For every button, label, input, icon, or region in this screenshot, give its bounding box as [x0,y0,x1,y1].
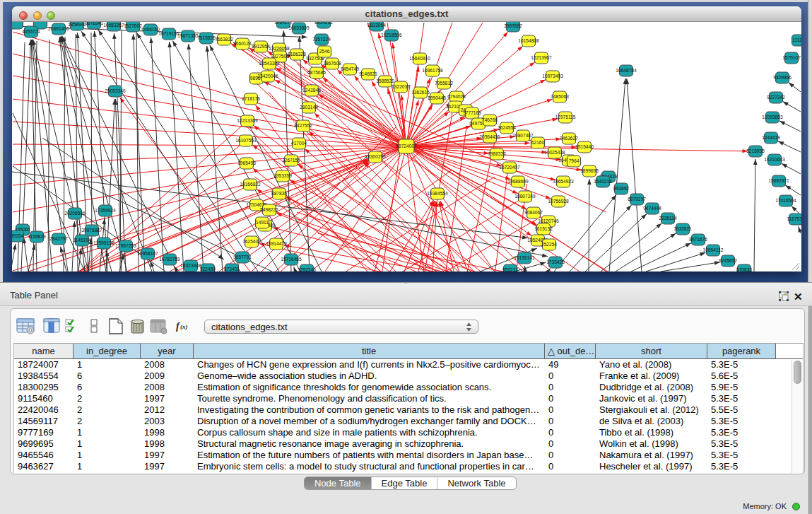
svg-text:8427552: 8427552 [294,123,312,128]
svg-text:15716485: 15716485 [281,257,302,262]
svg-text:1640218: 1640218 [594,179,612,184]
svg-text:8912954: 8912954 [252,44,270,49]
svg-text:10719155: 10719155 [158,31,180,36]
svg-text:2546: 2546 [319,49,330,54]
svg-text:9146821: 9146821 [359,71,377,76]
svg-text:16033809: 16033809 [288,25,310,30]
svg-text:39154: 39154 [12,233,23,238]
svg-text:10025438: 10025438 [544,150,565,155]
svg-text:7515526: 7515526 [197,35,216,40]
svg-text:1145194: 1145194 [73,238,91,243]
svg-text:1588520: 1588520 [376,78,394,83]
svg-text:12213967: 12213967 [531,55,552,60]
svg-text:8990448: 8990448 [428,95,446,100]
svg-text:9899695: 9899695 [580,168,599,173]
svg-text:3267150: 3267150 [282,158,300,163]
svg-text:16961758: 16961758 [422,68,443,73]
svg-text:12213369: 12213369 [237,118,258,123]
svg-text:5215955: 5215955 [746,148,765,153]
svg-text:20206536: 20206536 [64,211,86,216]
svg-text:10973493: 10973493 [542,74,563,78]
svg-text:9657791: 9657791 [233,255,252,259]
svg-text:(x): (x) [180,323,188,330]
svg-text:39975887: 39975887 [81,228,102,233]
svg-text:10688609: 10688609 [507,179,529,184]
svg-text:9515440: 9515440 [575,144,594,149]
svg-text:8660124: 8660124 [233,41,252,46]
svg-text:1575107: 1575107 [782,55,801,60]
svg-text:12093853: 12093853 [762,115,783,119]
svg-text:62160: 62160 [531,140,545,145]
svg-text:9678341: 9678341 [85,22,103,25]
svg-text:1156829: 1156829 [28,234,46,239]
svg-text:18724007: 18724007 [396,144,417,148]
svg-text:8471676: 8471676 [689,237,707,242]
svg-text:9227342: 9227342 [767,95,785,100]
svg-text:9245652: 9245652 [719,258,737,263]
svg-text:9474444: 9474444 [643,206,661,211]
svg-text:18300295: 18300295 [365,154,386,159]
svg-text:12323448: 12323448 [180,263,201,268]
svg-text:7485063: 7485063 [551,94,569,99]
svg-text:3624554: 3624554 [498,125,516,130]
svg-text:6322037: 6322037 [392,84,410,89]
svg-text:9463627: 9463627 [560,136,578,141]
svg-text:16154808: 16154808 [518,38,539,43]
svg-text:873401: 873401 [224,267,240,271]
svg-text:14911: 14911 [256,220,269,225]
svg-text:15136141: 15136141 [514,255,535,260]
svg-text:13226058: 13226058 [269,46,290,51]
svg-text:9242848: 9242848 [302,88,321,93]
svg-text:2942757: 2942757 [49,236,68,241]
svg-text:2718176: 2718176 [242,96,260,101]
svg-text:18807249: 18807249 [514,194,536,199]
svg-text:19671355: 19671355 [177,33,199,38]
svg-text:1615132: 1615132 [534,226,553,231]
svg-text:16107553: 16107553 [235,138,257,143]
svg-text:6466160: 6466160 [141,27,160,32]
svg-text:16543382: 16543382 [259,61,280,66]
svg-text:16914479: 16914479 [266,241,287,246]
svg-text:17957253: 17957253 [115,243,136,248]
svg-text:887835: 887835 [271,191,287,196]
svg-text:17359924: 17359924 [95,208,116,213]
svg-text:19218506: 19218506 [381,33,402,37]
svg-text:7357224: 7357224 [312,37,331,42]
svg-text:870633: 870633 [736,267,752,271]
svg-text:9329966: 9329966 [773,75,792,80]
svg-text:1858940: 1858940 [68,22,86,27]
svg-text:9777169: 9777169 [463,110,481,115]
svg-text:19384554: 19384554 [427,191,448,196]
svg-text:6879197: 6879197 [628,197,646,201]
svg-text:1292346: 1292346 [298,267,316,271]
svg-text:1353359: 1353359 [273,173,292,178]
svg-text:417004: 417004 [291,141,307,146]
svg-text:252254: 252254 [541,242,557,247]
svg-text:19166822: 19166822 [240,182,261,187]
svg-text:1527602: 1527602 [124,23,142,28]
svg-text:5875685: 5875685 [307,70,326,75]
svg-text:1362615: 1362615 [411,90,430,95]
svg-text:7964: 7964 [569,158,579,163]
svg-text:7986322: 7986322 [488,151,506,156]
svg-text:15692971: 15692971 [768,178,789,183]
svg-text:29053346: 29053346 [105,88,126,93]
svg-text:16120746: 16120746 [538,218,559,223]
svg-text:893892: 893892 [613,186,629,191]
svg-text:1167534: 1167534 [787,216,801,221]
svg-text:9084067: 9084067 [524,210,543,215]
svg-text:20691406: 20691406 [48,26,69,31]
svg-text:2867608: 2867608 [323,61,341,66]
svg-text:2803144: 2803144 [300,105,318,110]
svg-text:8813054: 8813054 [367,23,386,28]
svg-text:23420046: 23420046 [257,74,278,78]
svg-text:7625402: 7625402 [242,239,261,244]
svg-text:16648784: 16648784 [616,68,637,73]
svg-text:17016504: 17016504 [775,198,796,203]
svg-text:922450: 922450 [200,267,216,271]
svg-text:10756928: 10756928 [548,199,569,204]
svg-text:1064177: 1064177 [274,22,293,25]
svg-text:10958107: 10958107 [137,251,158,256]
svg-text:953212: 953212 [502,267,518,271]
svg-text:20364436: 20364436 [479,134,500,139]
